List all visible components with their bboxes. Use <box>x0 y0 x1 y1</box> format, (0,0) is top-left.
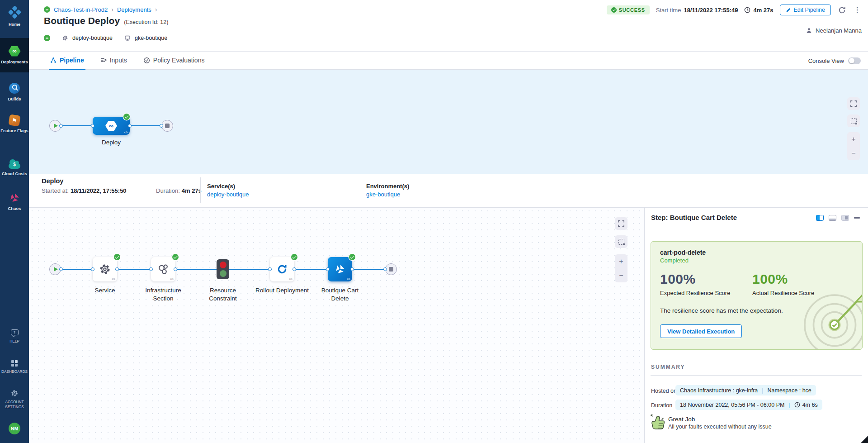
sidebar-item-label: Feature Flags <box>0 128 28 133</box>
edge-connector <box>383 267 387 271</box>
harness-logo-icon <box>7 5 22 20</box>
canvas-select-button[interactable] <box>615 235 627 248</box>
kebab-icon: ⋮ <box>854 6 861 14</box>
tab-pipeline[interactable]: Pipeline <box>49 52 85 70</box>
success-check-badge <box>349 254 355 260</box>
zoom-out-button[interactable]: − <box>847 146 860 160</box>
traffic-light-red <box>220 262 226 268</box>
divider <box>200 177 201 203</box>
stage-node-deploy[interactable]: ∞ </> <box>93 117 130 135</box>
fullscreen-icon <box>850 100 857 107</box>
policy-check-icon <box>143 57 150 64</box>
canvas-fullscreen-button[interactable] <box>615 217 627 230</box>
edge-connector <box>91 267 94 271</box>
sidebar-item-home[interactable]: Home <box>0 6 29 27</box>
edge-connector <box>149 267 153 271</box>
environment-link[interactable]: gke-boutique <box>366 191 400 198</box>
chaos-icon <box>334 263 346 275</box>
console-view-control: Console View <box>808 52 861 70</box>
gear-icon <box>10 389 19 397</box>
service-tag[interactable]: deploy-boutique <box>72 35 113 41</box>
builds-icon <box>9 82 20 94</box>
sidebar-item-account-settings[interactable]: ACCOUNT SETTINGS <box>0 389 29 410</box>
layout-right-panel-button[interactable] <box>816 215 824 221</box>
step-label: Boutique Cart Delete <box>313 286 367 303</box>
sidebar-item-chaos[interactable]: Chaos <box>0 192 29 211</box>
triggered-by-user: Neelanjan Manna <box>806 27 862 34</box>
sidebar-item-label: Cloud Costs <box>2 171 27 176</box>
namespace-value: Namespace : hce <box>768 387 811 394</box>
success-check-badge <box>114 254 120 260</box>
console-view-toggle[interactable] <box>848 57 861 64</box>
environment-icon <box>124 35 131 41</box>
sidebar-item-label: Home <box>9 22 20 27</box>
step-node-infrastructure[interactable]: </> <box>151 257 175 281</box>
start-time: Start time 18/11/2022 17:55:49 <box>656 7 738 14</box>
sidebar-item-cloud-costs[interactable]: $ Cloud Costs <box>0 159 29 176</box>
summary-heading: SUMMARY <box>651 364 685 370</box>
console-view-label: Console View <box>808 57 844 64</box>
service-link[interactable]: deploy-boutique <box>207 191 249 198</box>
sidebar-item-dashboards[interactable]: DASHBOARDS <box>0 360 29 374</box>
view-detailed-execution-button[interactable]: View Detailed Execution <box>660 324 742 338</box>
refresh-button[interactable] <box>837 5 847 15</box>
refresh-icon <box>838 6 846 14</box>
step-node-rollout-deployment[interactable]: </> <box>270 257 294 281</box>
edge-connector <box>59 124 63 128</box>
zoom-out-button[interactable]: − <box>615 268 627 282</box>
breadcrumb-project-link[interactable]: Chaos-Test-in-Prod2 <box>54 6 108 13</box>
layout-overlay-panel-button[interactable] <box>841 215 849 221</box>
more-options-button[interactable]: ⋮ <box>853 5 862 15</box>
expected-score-label: Expected Resilience Score <box>660 290 730 296</box>
duration-label: Duration <box>651 402 672 409</box>
edge-connector <box>268 267 272 271</box>
stage-details-bar: Deploy Started at:18/11/2022, 17:55:50 D… <box>29 174 868 208</box>
zoom-in-button[interactable]: + <box>615 254 627 268</box>
help-icon: ? <box>11 329 19 335</box>
canvas-zoom-controls: + − <box>615 254 627 282</box>
hosted-on-label: Hosted on <box>651 388 677 394</box>
sidebar-item-builds[interactable]: Builds <box>0 82 29 102</box>
pipeline-status-icon: ∞ <box>44 35 50 41</box>
panel-layout-controls <box>816 215 860 221</box>
rollout-icon <box>276 263 288 275</box>
tab-policy-evaluations[interactable]: Policy Evaluations <box>142 52 206 70</box>
layout-bottom-panel-button[interactable] <box>829 215 836 221</box>
minimize-panel-button[interactable] <box>854 217 860 219</box>
gear-icon <box>62 35 68 41</box>
clock-icon <box>744 7 750 13</box>
sidebar-item-label: Deployments <box>1 59 28 65</box>
edge-connector <box>160 124 163 128</box>
sidebar-item-deployments[interactable]: ∞ Deployments <box>0 38 29 72</box>
edge-connector <box>350 267 354 271</box>
sidebar-item-label: Chaos <box>8 206 21 211</box>
experiment-status: Completed <box>660 257 689 264</box>
chip-divider: | <box>788 402 790 408</box>
step-node-service[interactable]: </> <box>93 257 117 281</box>
step-graph-canvas[interactable]: </> </> <box>29 208 644 443</box>
step-label: Resource Constraint <box>196 286 250 303</box>
tab-inputs[interactable]: Inputs <box>99 52 128 70</box>
step-node-resource-constraint[interactable] <box>217 259 229 279</box>
resilience-result-card: cart-pod-delete Completed 100% Expected … <box>651 241 863 350</box>
sidebar-item-help[interactable]: ? HELP <box>0 329 29 344</box>
zoom-in-button[interactable]: + <box>847 132 860 146</box>
canvas-fullscreen-button[interactable] <box>847 97 860 110</box>
fullscreen-icon <box>618 220 624 227</box>
edge-connector <box>59 267 63 271</box>
hosted-on-chip: Chaos Infrastructure : gke-infra | Names… <box>675 385 816 395</box>
stage-graph-canvas[interactable]: ∞ </> Deploy + − <box>29 70 868 174</box>
elapsed-time: 4m 27s <box>744 7 773 14</box>
thumbs-up-illustration <box>648 412 666 431</box>
breadcrumb-deployments-link[interactable]: Deployments <box>117 6 151 13</box>
edit-pipeline-button[interactable]: Edit Pipeline <box>780 5 831 15</box>
canvas-select-button[interactable] <box>847 114 860 127</box>
step-node-boutique-cart-delete[interactable]: </> <box>328 257 352 281</box>
avatar: NM <box>9 423 20 434</box>
sidebar-item-feature-flags[interactable]: ⚑ Feature Flags <box>0 115 29 133</box>
check-circle-icon <box>611 7 617 13</box>
sidebar-avatar[interactable]: NM <box>0 423 29 434</box>
selection-box-icon <box>618 239 624 245</box>
execution-id: (Execution Id: 12) <box>124 19 168 25</box>
environment-tag[interactable]: gke-boutique <box>135 35 167 41</box>
